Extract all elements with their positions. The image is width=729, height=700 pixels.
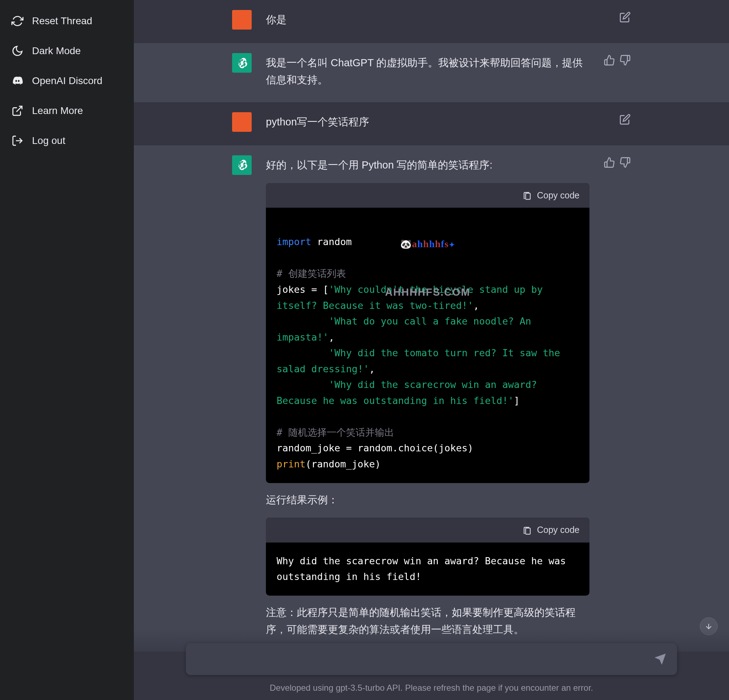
code-header: Copy code	[266, 518, 590, 542]
refresh-icon	[12, 15, 23, 27]
sidebar: Reset Thread Dark Mode OpenAI Discord Le…	[0, 0, 134, 700]
sidebar-item-discord[interactable]: OpenAI Discord	[5, 67, 129, 95]
external-icon	[12, 105, 23, 117]
message-input[interactable]	[196, 653, 654, 665]
openai-logo-icon	[236, 57, 248, 69]
discord-icon	[12, 75, 23, 87]
sidebar-item-label: Reset Thread	[32, 15, 92, 27]
copy-code-button[interactable]: Copy code	[537, 188, 579, 203]
thumbs-down-icon[interactable]	[619, 54, 631, 66]
avatar-user	[232, 10, 252, 29]
code-content: 🐼ahhhhfs✦ AHHHHFS.COM import random # 创建…	[266, 208, 590, 483]
main: 你是 我是一个名叫 ChatGPT 的虚拟助手。我被设计来帮助回答问题，提供信息…	[134, 0, 729, 700]
sidebar-item-label: Learn More	[32, 105, 83, 116]
thumbs-down-icon[interactable]	[619, 157, 631, 168]
sidebar-item-label: Log out	[32, 135, 65, 146]
sidebar-item-logout[interactable]: Log out	[5, 127, 129, 154]
openai-logo-icon	[236, 159, 248, 171]
footer-note: Developed using gpt-3.5-turbo API. Pleas…	[270, 683, 593, 693]
avatar-assistant	[232, 53, 252, 73]
clipboard-icon	[523, 525, 532, 535]
code-header: Copy code	[266, 183, 590, 208]
svg-rect-2	[526, 193, 530, 199]
sidebar-item-reset-thread[interactable]: Reset Thread	[5, 7, 129, 35]
svg-line-0	[16, 106, 22, 112]
message-row-assistant: 好的，以下是一个用 Python 写的简单的笑话程序: Copy code 🐼a…	[134, 146, 729, 652]
avatar-user	[232, 112, 252, 132]
edit-icon[interactable]	[619, 114, 631, 125]
message-row-assistant: 我是一个名叫 ChatGPT 的虚拟助手。我被设计来帮助回答问题，提供信息和支持…	[134, 43, 729, 102]
sidebar-item-learn-more[interactable]: Learn More	[5, 97, 129, 125]
message-text: 我是一个名叫 ChatGPT 的虚拟助手。我被设计来帮助回答问题，提供信息和支持…	[266, 53, 590, 89]
message-text: 好的，以下是一个用 Python 写的简单的笑话程序:	[266, 157, 590, 174]
moon-icon	[12, 45, 23, 57]
message-content: 好的，以下是一个用 Python 写的简单的笑话程序: Copy code 🐼a…	[266, 155, 590, 638]
code-content: Why did the scarecrow win an award? Beca…	[266, 543, 590, 596]
code-block: Copy code Why did the scarecrow win an a…	[266, 518, 590, 595]
logout-icon	[12, 135, 23, 147]
edit-icon[interactable]	[619, 12, 631, 23]
clipboard-icon	[523, 191, 532, 200]
copy-code-button[interactable]: Copy code	[537, 522, 579, 537]
avatar-assistant	[232, 155, 252, 175]
sidebar-item-dark-mode[interactable]: Dark Mode	[5, 37, 129, 65]
sidebar-item-label: OpenAI Discord	[32, 75, 103, 87]
composer	[186, 643, 677, 675]
send-button[interactable]	[654, 653, 667, 665]
thumbs-up-icon[interactable]	[604, 54, 615, 66]
message-row-user: 你是	[134, 0, 729, 43]
messages-list: 你是 我是一个名叫 ChatGPT 的虚拟助手。我被设计来帮助回答问题，提供信息…	[134, 0, 729, 700]
thumbs-up-icon[interactable]	[604, 157, 615, 168]
code-block: Copy code 🐼ahhhhfs✦ AHHHHFS.COM import r…	[266, 183, 590, 483]
message-row-user: python写一个笑话程序	[134, 102, 729, 146]
message-text: python写一个笑话程序	[266, 112, 605, 132]
sidebar-item-label: Dark Mode	[32, 45, 81, 57]
composer-area: Developed using gpt-3.5-turbo API. Pleas…	[134, 629, 729, 700]
send-icon	[654, 653, 667, 665]
svg-rect-3	[526, 528, 530, 534]
message-text: 你是	[266, 10, 605, 29]
message-text: 运行结果示例：	[266, 492, 590, 509]
